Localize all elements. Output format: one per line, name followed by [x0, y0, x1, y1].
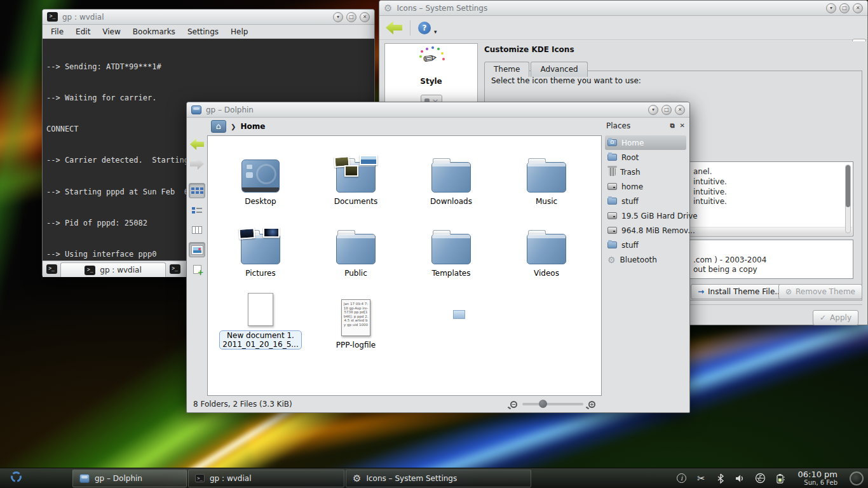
menu-help[interactable]: Help — [231, 27, 248, 36]
document-icon — [248, 293, 273, 326]
minimize-button[interactable]: ▾ — [648, 105, 658, 115]
klipper-scissors-icon[interactable]: ✂ — [695, 473, 707, 484]
tab-theme[interactable]: Theme — [484, 62, 529, 77]
folder-icon — [431, 162, 471, 193]
app-launcher-button[interactable] — [0, 468, 32, 488]
place-stuff[interactable]: stuff — [605, 194, 686, 208]
icons-view-button[interactable] — [189, 183, 205, 198]
menu-edit[interactable]: Edit — [76, 27, 90, 36]
tab-list-button[interactable]: >_ — [166, 261, 184, 277]
new-tab-button[interactable]: >_ — [43, 261, 60, 277]
file-pictures[interactable]: Pictures — [213, 213, 308, 280]
scrollbar[interactable] — [845, 165, 851, 233]
tab-advanced[interactable]: Advanced — [531, 62, 587, 77]
terminal-icon: >_ — [85, 266, 95, 275]
bluetooth-tray-icon[interactable] — [715, 473, 726, 484]
dolphin-icon — [79, 474, 90, 483]
usb-device-notifier-icon[interactable] — [754, 473, 766, 484]
zoom-slider[interactable] — [522, 403, 583, 405]
file-new-document[interactable]: New document 1. 2011_01_20_16_5... — [213, 285, 308, 352]
maximize-button[interactable]: □ — [839, 3, 850, 13]
dolphin-app-icon — [191, 105, 201, 114]
settings-title: Icons – System Settings — [397, 4, 487, 13]
theme-list-row[interactable]: intuitive. — [693, 177, 727, 186]
terminal-icon: >_ — [46, 264, 57, 274]
place-stuff-2[interactable]: stuff — [605, 238, 686, 252]
place-home[interactable]: Home — [605, 135, 686, 150]
folder-view[interactable]: Desktop Documents Downloads Music — [207, 135, 602, 396]
close-button[interactable]: ✕ — [360, 12, 370, 22]
file-public[interactable]: Public — [308, 213, 403, 280]
clock[interactable]: 06:10 pm Sun, 6 Feb — [794, 470, 841, 487]
task-dolphin[interactable]: gp – Dolphin — [72, 470, 187, 487]
place-hard-drive[interactable]: 19.5 GiB Hard Drive — [605, 208, 686, 223]
dolphin-titlebar[interactable]: gp – Dolphin ▾ □ ✕ — [187, 102, 689, 118]
terminal-tab[interactable]: >_ gp : wvdial — [60, 262, 166, 277]
file-downloads[interactable]: Downloads — [403, 141, 499, 208]
file-music[interactable]: Music — [499, 141, 594, 208]
remove-theme-button[interactable]: ⊘ Remove Theme — [778, 284, 862, 299]
file-videos[interactable]: Videos — [499, 213, 594, 280]
file-templates[interactable]: Templates — [403, 213, 499, 280]
menu-bookmarks[interactable]: Bookmarks — [133, 27, 175, 36]
maximize-button[interactable]: □ — [661, 105, 672, 115]
sidebar-item-style[interactable]: ✏ Style — [385, 44, 477, 86]
task-terminal[interactable]: >_ gp : wvdial — [188, 470, 344, 487]
minimize-button[interactable]: ▾ — [826, 3, 836, 13]
minimize-button[interactable]: ▾ — [333, 12, 343, 22]
terminal-titlebar[interactable]: >_ gp : wvdial ▾ □ ✕ — [43, 10, 374, 25]
close-button[interactable]: ✕ — [675, 105, 685, 115]
theme-list-row[interactable]: anel. — [693, 167, 712, 176]
columns-view-button[interactable] — [189, 222, 205, 238]
battery-icon[interactable] — [774, 473, 785, 484]
places-panel: Places ⧉ ✕ Home Root Trash home — [602, 118, 689, 412]
menu-file[interactable]: File — [51, 27, 64, 36]
split-view-button[interactable] — [189, 262, 205, 277]
folder-icon — [527, 162, 566, 193]
theme-list-row[interactable]: intuitive. — [693, 197, 727, 206]
places-title: Places — [606, 121, 630, 130]
preview-button[interactable] — [189, 242, 205, 257]
settings-titlebar[interactable]: ⚙ Icons – System Settings ▾ □ ✕ — [379, 1, 867, 16]
back-arrow-icon[interactable] — [386, 21, 402, 34]
zoom-slider-handle[interactable] — [539, 400, 547, 408]
home-icon[interactable]: ⌂ — [211, 120, 226, 133]
file-desktop[interactable]: Desktop — [213, 141, 308, 208]
system-tray: i ✂ 06:10 pm Sun, 6 Feb — [675, 470, 868, 487]
scrollbar-thumb[interactable] — [846, 165, 850, 207]
place-root[interactable]: Root — [605, 150, 686, 165]
menu-settings[interactable]: Settings — [187, 27, 219, 36]
file-documents[interactable]: Documents — [308, 141, 403, 208]
forward-button[interactable] — [189, 156, 205, 172]
page-title: Customize KDE Icons — [483, 41, 862, 62]
float-panel-icon[interactable]: ⧉ — [670, 122, 674, 130]
task-system-settings[interactable]: ⚙ Icons – System Settings — [346, 470, 531, 487]
breadcrumb-home[interactable]: Home — [240, 122, 265, 131]
theme-list-row[interactable]: intuitive. — [693, 187, 727, 196]
info-tray-icon[interactable]: i — [675, 473, 687, 484]
close-panel-icon[interactable]: ✕ — [680, 122, 685, 130]
details-view-button[interactable] — [189, 203, 205, 218]
dolphin-title: gp – Dolphin — [206, 105, 254, 114]
place-bluetooth[interactable]: ⚙ Bluetooth — [605, 252, 686, 267]
install-theme-button[interactable]: → Install Theme File... — [691, 284, 789, 299]
volume-icon[interactable] — [735, 473, 746, 484]
back-button[interactable] — [189, 137, 205, 152]
chevron-down-icon[interactable]: ▾ — [434, 29, 437, 35]
maximize-button[interactable]: □ — [346, 12, 356, 22]
menu-view[interactable]: View — [102, 27, 120, 36]
folder-icon — [607, 198, 617, 205]
selected-file-label: New document 1. 2011_01_20_16_5... — [219, 330, 301, 349]
folder-icon — [336, 234, 376, 264]
removable-drive-icon — [607, 227, 617, 234]
panel-toolbox-icon[interactable] — [850, 471, 864, 485]
apply-button[interactable]: ✓ Apply — [813, 310, 858, 325]
zoom-in-icon[interactable] — [588, 401, 595, 408]
help-icon[interactable]: ? — [418, 22, 431, 34]
place-trash[interactable]: Trash — [605, 165, 686, 179]
zoom-out-icon[interactable] — [510, 401, 517, 408]
place-home-drive[interactable]: home — [605, 179, 686, 194]
close-button[interactable]: ✕ — [853, 3, 863, 13]
file-ppp-logfile[interactable]: Jan 17 09:4 7:18 gp-Asp ire-5738 pp pd[1… — [308, 285, 403, 352]
place-removable[interactable]: 964.8 MiB Remov... — [605, 223, 686, 238]
